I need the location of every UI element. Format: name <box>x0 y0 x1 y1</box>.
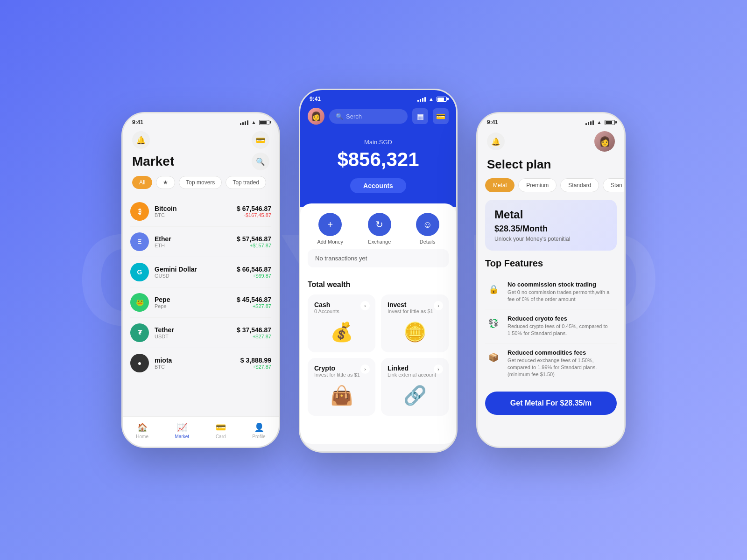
plan-tab-stan[interactable]: Stan <box>603 178 624 192</box>
bitcoin-logo: ₿ <box>130 202 149 221</box>
plan-desc: Unlock your Money's potenitial <box>494 236 607 242</box>
nav-profile-label: Profile <box>252 434 265 439</box>
filter-tab-movers[interactable]: Top movers <box>179 176 222 189</box>
add-money-icon: + <box>318 213 342 236</box>
crypto-item-miota[interactable]: ● miota BTC $ 3,888.99 +$27.87 <box>130 348 271 378</box>
pepe-logo: 🐸 <box>130 293 149 312</box>
filter-tab-star[interactable]: ★ <box>156 176 175 189</box>
wallet-icon[interactable]: 💳 <box>252 131 269 149</box>
search-placeholder: Serch <box>346 113 362 120</box>
details-icon: ☺ <box>416 213 439 236</box>
card-btn[interactable]: 💳 <box>433 108 449 124</box>
gemini-price: $ 66,546.87 +$69.87 <box>237 266 271 279</box>
nav-card[interactable]: 💳 Card <box>216 422 226 439</box>
wifi-icon-2: ▲ <box>429 96 434 102</box>
cta-button[interactable]: Get Metal For $28.35/m <box>485 392 617 415</box>
status-icons-1: ▲ <box>240 119 269 125</box>
crypto-item-usdt[interactable]: ₮ Tether USDT $ 37,546.87 +$27.87 <box>130 318 271 348</box>
phone2-header: 👩 🔍 Serch ▦ 💳 <box>300 104 456 134</box>
profile-icon: 👤 <box>254 422 264 433</box>
filter-tab-traded[interactable]: Top traded <box>226 176 266 189</box>
tether-price: $ 37,546.87 +$27.87 <box>237 326 271 339</box>
wealth-card-linked[interactable]: › Linked Link external account 🔗 <box>381 358 449 416</box>
exchange-label: Exchange <box>368 239 391 245</box>
balance-label: Main.SGD <box>310 139 447 146</box>
no-tx-text: No transactions yet <box>308 249 449 267</box>
feature-commodities-desc: Get reduced exchange fees of 1.50%, comp… <box>507 357 617 378</box>
wealth-card-crypto[interactable]: › Crypto Invest for little as $1 👜 <box>308 358 375 416</box>
phone-accounts: 9:41 ▲ 👩 🔍 Serch <box>299 89 458 453</box>
action-buttons: + Add Money ↻ Exchange ☺ Details <box>300 203 456 249</box>
plan-name: Metal <box>494 208 607 221</box>
invest-sub: Invest for little as $1 <box>388 308 442 314</box>
nav-home[interactable]: 🏠 Home <box>136 422 148 439</box>
search-bar[interactable]: 🔍 Serch <box>329 109 408 124</box>
plan-tab-metal[interactable]: Metal <box>485 178 514 192</box>
bitcoin-info: Bitcoin BTC <box>155 205 237 218</box>
feature-item-commodities: 📦 Reduced commodities fees Get reduced e… <box>485 343 617 384</box>
gemini-logo: G <box>130 263 149 281</box>
feature-stock-title: No coommission stock trading <box>507 281 617 288</box>
tether-logo: ₮ <box>130 323 149 342</box>
phones-container: 9:41 ▲ 🔔 💳 Market 🔍 All ★ Top movers <box>121 107 626 453</box>
crypto-sub: Invest for little as $1 <box>314 372 369 378</box>
nav-market-label: Market <box>175 434 190 439</box>
crypto-item-eth[interactable]: Ξ Ether ETH $ 57,546.87 +$157.87 <box>130 227 271 257</box>
market-title: Market <box>132 154 174 169</box>
linked-illustration: 🔗 <box>388 381 442 409</box>
status-icons-2: ▲ <box>417 96 447 102</box>
filter-tab-all[interactable]: All <box>132 176 152 189</box>
bitcoin-symbol: BTC <box>155 212 237 218</box>
balance-amount: $856,321 <box>310 148 447 171</box>
gemini-info: Gemini Dollar GUSD <box>155 266 237 279</box>
time-2: 9:41 <box>310 96 321 102</box>
linked-sub: Link external account <box>388 372 442 378</box>
total-wealth-title: Total wealth <box>308 280 449 289</box>
bell-icon-3[interactable]: 🔔 <box>487 133 505 150</box>
bottom-nav-1: 🏠 Home 📈 Market 💳 Card 👤 Profile <box>123 416 279 447</box>
crypto-item-pepe[interactable]: 🐸 Pepe Pepe $ 45,546.87 +$27.87 <box>130 287 271 318</box>
exchange-btn[interactable]: ↻ Exchange <box>368 213 391 245</box>
crypto-item-gusd[interactable]: G Gemini Dollar GUSD $ 66,546.87 +$69.87 <box>130 257 271 287</box>
plan-tab-standard[interactable]: Standard <box>560 178 599 192</box>
filter-tabs: All ★ Top movers Top traded <box>123 176 279 196</box>
phone3-header: 🔔 👩 <box>478 127 624 157</box>
bitcoin-name: Bitcoin <box>155 205 237 212</box>
wifi-icon-3: ▲ <box>597 119 602 125</box>
signal-icon-3 <box>585 119 594 125</box>
exchange-icon: ↻ <box>368 213 391 236</box>
nav-home-label: Home <box>136 434 148 439</box>
crypto-illustration: 👜 <box>314 381 369 409</box>
balance-section: Main.SGD $856,321 Accounts <box>300 134 456 207</box>
chart-btn[interactable]: ▦ <box>412 108 428 124</box>
details-label: Details <box>420 239 436 245</box>
phone-plan: 9:41 ▲ 🔔 👩 Select plan Metal Premium Sta… <box>476 112 626 448</box>
commodities-icon: 📦 <box>485 349 502 366</box>
miota-price: $ 3,888.99 +$27.87 <box>240 357 271 370</box>
feature-item-stock: 🔒 No coommission stock trading Get 0 no … <box>485 275 617 309</box>
signal-icon-2 <box>417 96 426 102</box>
add-money-label: Add Money <box>317 239 343 245</box>
status-bar-2: 9:41 ▲ <box>300 90 456 104</box>
wealth-card-cash[interactable]: › Cash 0 Accounts 💰 <box>308 294 375 352</box>
plan-tabs: Metal Premium Standard Stan <box>478 178 624 200</box>
nav-market[interactable]: 📈 Market <box>175 422 190 439</box>
bell-icon[interactable]: 🔔 <box>132 131 150 149</box>
nav-card-label: Card <box>216 434 226 439</box>
plan-tab-premium[interactable]: Premium <box>518 178 557 192</box>
add-money-btn[interactable]: + Add Money <box>317 213 343 245</box>
battery-icon-3 <box>605 120 615 125</box>
battery-icon-2 <box>437 97 447 102</box>
battery-icon <box>259 120 269 125</box>
details-btn[interactable]: ☺ Details <box>416 213 439 245</box>
crypto-item-btc[interactable]: ₿ Bitcoin BTC $ 67,546.87 -$167,45.87 <box>130 196 271 227</box>
wealth-card-invest[interactable]: › Invest Invest for little as $1 🪙 <box>381 294 449 352</box>
invest-chevron: › <box>434 301 443 310</box>
feature-stock-desc: Get 0 no commission trades permonth,with… <box>507 289 617 303</box>
pepe-info: Pepe Pepe <box>155 296 237 309</box>
search-icon[interactable]: 🔍 <box>252 153 269 170</box>
no-transactions: No transactions yet <box>300 249 456 280</box>
nav-profile[interactable]: 👤 Profile <box>252 422 265 439</box>
accounts-button[interactable]: Accounts <box>350 178 406 193</box>
time-1: 9:41 <box>132 119 143 126</box>
